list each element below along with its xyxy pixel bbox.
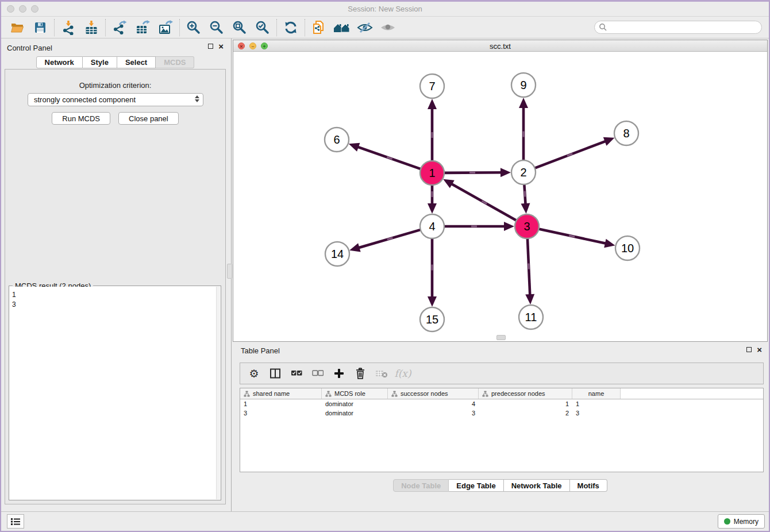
fx-icon: f(x)	[394, 368, 411, 379]
search-container	[594, 21, 762, 34]
zoom-out-icon	[209, 20, 224, 35]
splitter-grip[interactable]	[227, 264, 232, 279]
edge-handle[interactable]	[567, 154, 572, 156]
open-session-button[interactable]	[6, 18, 29, 37]
app-title: Session: New Session	[1, 5, 769, 13]
memory-button[interactable]: Memory	[718, 514, 765, 529]
import-table-icon	[84, 20, 99, 35]
columns-icon	[270, 368, 281, 379]
tab-node-table[interactable]: Node Table	[393, 479, 449, 492]
close-panel-button[interactable]: Close panel	[118, 112, 179, 125]
tab-network-table[interactable]: Network Table	[504, 479, 570, 492]
graph-node-label: 3	[523, 220, 530, 233]
network-window-title: scc.txt	[233, 42, 767, 51]
table-cell[interactable]: 1	[572, 399, 621, 408]
zoom-fit-button[interactable]	[228, 18, 251, 37]
delete-column-button[interactable]	[352, 365, 369, 382]
horizontal-splitter-grip[interactable]	[496, 335, 506, 340]
optimization-criterion-select[interactable]: strongly connected component	[28, 93, 203, 106]
table-header-row: shared nameMCDS rolesuccessor nodesprede…	[240, 388, 763, 399]
toolbar-separator	[305, 19, 305, 36]
delete-table-button[interactable]	[373, 365, 390, 382]
close-panel-icon[interactable]: ×	[218, 43, 224, 49]
tab-select[interactable]: Select	[117, 56, 156, 68]
deselect-all-rows-button[interactable]	[309, 365, 326, 382]
table-cell[interactable]: 1	[240, 399, 322, 408]
close-table-panel-icon[interactable]: ×	[757, 346, 762, 353]
hide-selected-button[interactable]	[353, 18, 376, 37]
network-canvas[interactable]: 7968124314101511	[233, 52, 767, 341]
save-session-button[interactable]	[29, 18, 52, 37]
refresh-layout-button[interactable]	[279, 18, 302, 37]
control-panel-tabs: Network Style Select MCDS	[1, 56, 229, 68]
column-header-MCDS-role[interactable]: MCDS role	[322, 388, 388, 399]
export-image-button[interactable]	[154, 18, 177, 37]
add-column-button[interactable]	[330, 365, 348, 382]
graph-node-label: 4	[429, 220, 435, 233]
tab-mcds[interactable]: MCDS	[156, 56, 194, 68]
home-icon	[333, 21, 351, 34]
show-column-button[interactable]	[267, 365, 284, 382]
panel-splitter[interactable]	[230, 38, 232, 511]
function-builder-button[interactable]: f(x)	[394, 365, 411, 382]
tab-style[interactable]: Style	[83, 56, 117, 68]
result-scrollbar[interactable]	[216, 287, 220, 499]
table-cell[interactable]: 3	[388, 408, 479, 418]
zoom-in-button[interactable]	[182, 18, 205, 37]
table-cell[interactable]: 2	[479, 408, 572, 418]
zoom-out-button[interactable]	[205, 18, 228, 37]
graph-edge-arrowhead	[428, 99, 437, 109]
graph-edge-arrowhead	[500, 168, 511, 177]
import-network-button[interactable]	[57, 18, 80, 37]
table-cell[interactable]: dominator	[322, 408, 388, 418]
column-header-shared-name[interactable]: shared name	[240, 388, 322, 399]
select-all-rows-button[interactable]	[288, 365, 305, 382]
table-cell[interactable]: 3	[572, 408, 621, 418]
table-settings-button[interactable]: ⚙	[245, 365, 263, 382]
table-cell[interactable]: 4	[388, 399, 479, 408]
import-table-button[interactable]	[80, 18, 103, 37]
tab-motifs[interactable]: Motifs	[570, 479, 607, 492]
table-row[interactable]: 3dominator323	[240, 408, 763, 418]
edge-handle[interactable]	[482, 201, 487, 204]
mcds-result-text[interactable]: 1 3	[10, 287, 215, 499]
dropdown-value: strongly connected component	[34, 95, 136, 104]
column-header-predecessor-nodes[interactable]: predecessor nodes	[479, 388, 572, 399]
table-cell[interactable]: 1	[479, 399, 572, 408]
graph-node-label: 8	[623, 127, 629, 140]
graph-node-label: 14	[331, 248, 344, 260]
float-table-panel-icon[interactable]	[746, 347, 752, 352]
graph-edge-arrowhead	[603, 137, 615, 146]
tab-edge-table[interactable]: Edge Table	[449, 479, 503, 492]
column-header-successor-nodes[interactable]: successor nodes	[388, 388, 479, 399]
list-icon	[10, 517, 21, 526]
table-row[interactable]: 1dominator411	[240, 399, 763, 408]
edge-handle[interactable]	[525, 191, 525, 197]
table-cell[interactable]: 3	[240, 408, 322, 418]
float-panel-icon[interactable]	[208, 44, 213, 49]
zoom-selected-button[interactable]	[251, 18, 274, 37]
column-header-name[interactable]: name	[572, 388, 621, 399]
toolbar-separator	[179, 19, 180, 36]
graph-node-label: 2	[520, 166, 526, 179]
network-graph: 7968124314101511	[233, 52, 769, 341]
table-cell[interactable]: dominator	[322, 399, 388, 408]
plus-icon	[334, 368, 344, 379]
network-window-titlebar[interactable]: × − + scc.txt	[233, 40, 767, 52]
table-panel-title: Table Panel	[241, 346, 280, 355]
export-network-icon	[112, 20, 127, 35]
export-network-button[interactable]	[108, 18, 131, 37]
search-input[interactable]	[594, 21, 762, 34]
tab-network[interactable]: Network	[36, 56, 83, 68]
main-toolbar	[1, 17, 769, 38]
save-floppy-icon	[33, 21, 47, 34]
run-mcds-button[interactable]: Run MCDS	[52, 112, 110, 125]
clone-network-button[interactable]	[307, 18, 330, 37]
show-all-button[interactable]	[376, 18, 399, 37]
task-history-button[interactable]	[7, 514, 24, 529]
eye-icon	[380, 21, 396, 34]
edge-handle[interactable]	[569, 236, 575, 237]
home-button[interactable]	[330, 18, 353, 37]
table-body: 1dominator4113dominator323	[240, 399, 763, 418]
export-table-button[interactable]	[131, 18, 154, 37]
